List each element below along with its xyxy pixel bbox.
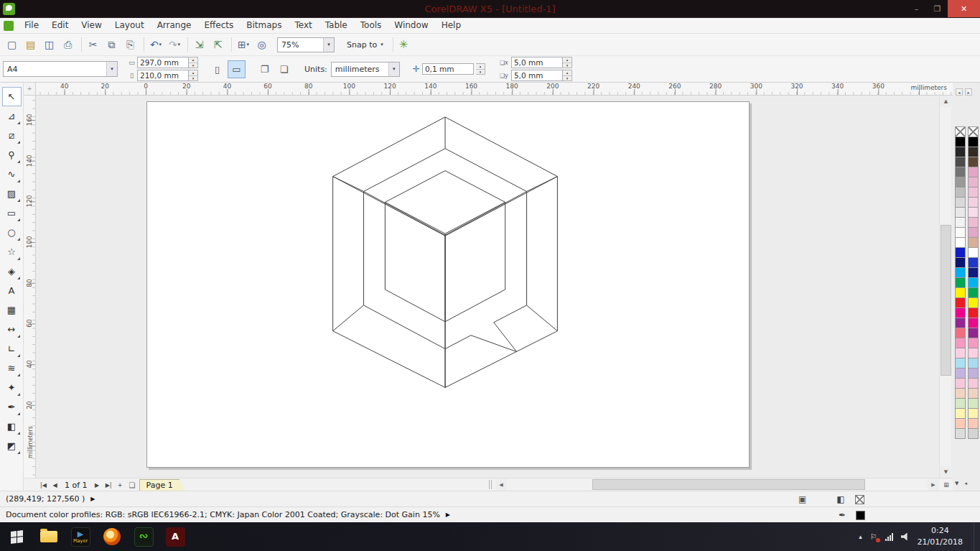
color-swatch[interactable] [955,147,966,157]
rectangle-tool[interactable]: ▭ [2,203,22,223]
color-swatch[interactable] [955,358,966,369]
color-swatch[interactable] [955,348,966,358]
pick-tool[interactable]: ↖ [2,87,22,106]
color-swatch[interactable] [968,328,979,338]
color-swatch[interactable] [968,358,979,369]
scroll-down-arrow[interactable]: ▼ [940,466,952,478]
page-tab[interactable]: Page 1 [139,479,185,491]
document-page[interactable] [146,101,750,468]
color-swatch[interactable] [955,338,966,348]
open-button[interactable]: ▤ [22,36,40,53]
horizontal-scrollbar-thumb[interactable] [592,479,865,490]
copy-button[interactable]: ⧉ [103,36,121,53]
color-swatch[interactable] [968,177,979,187]
color-swatch[interactable] [968,207,979,218]
color-swatch[interactable] [955,257,966,268]
clock[interactable]: 0:24 21/01/2018 [918,525,963,548]
menu-item[interactable]: View [75,18,108,33]
page-width-input[interactable]: 297,0 mm [137,57,189,68]
color-swatch[interactable] [955,408,966,419]
chevron-down-icon[interactable]: ▾ [106,62,117,76]
add-page-button[interactable]: + [115,480,126,490]
color-swatch[interactable] [955,197,966,208]
vertical-scrollbar-thumb[interactable] [941,225,951,376]
menu-item[interactable]: Layout [108,18,151,33]
blend-tool[interactable]: ≋ [2,358,22,378]
save-button[interactable]: ◫ [40,36,59,53]
green-app-icon[interactable]: ∾ [128,522,159,551]
volume-icon[interactable] [901,532,910,541]
units-combo[interactable]: millimeters ▾ [331,62,400,77]
color-swatch[interactable] [968,348,979,358]
color-swatch[interactable] [968,247,979,258]
horizontal-scrollbar[interactable] [507,478,928,491]
color-swatch[interactable] [955,157,966,167]
next-page-button[interactable]: ▶ [92,480,103,490]
color-swatch[interactable] [955,418,966,429]
palette-flyout-icon[interactable]: ◂ [964,481,967,486]
outline-color-swatch[interactable] [856,511,865,520]
color-swatch[interactable] [955,398,966,409]
orange-app-icon[interactable] [96,522,128,551]
new-document-button[interactable]: ▢ [3,36,22,53]
minimize-button[interactable]: – [906,0,927,17]
interactive-fill-tool[interactable]: ◩ [2,436,22,455]
cube-logo-drawing[interactable] [147,102,749,467]
menu-item[interactable]: Help [435,18,467,33]
color-swatch[interactable] [968,378,979,389]
palette-scroll-left-icon[interactable]: ◂ [956,88,963,96]
color-swatch[interactable] [955,388,966,399]
menu-item[interactable]: Tools [354,18,388,33]
first-page-button[interactable]: |◀ [38,480,49,490]
scroll-up-arrow[interactable]: ▲ [940,96,952,107]
portrait-button[interactable]: ▯ [208,60,226,78]
menu-item[interactable]: Bitmaps [240,18,288,33]
color-swatch[interactable] [968,217,979,228]
color-swatch[interactable] [955,177,966,187]
color-swatch[interactable] [968,187,979,198]
connector-tool[interactable]: ∟ [2,339,22,358]
color-swatch[interactable] [968,237,979,248]
menu-item[interactable]: File [18,18,45,33]
scroll-right-arrow[interactable]: ▶ [928,478,939,491]
menu-item[interactable]: Arrange [151,18,198,33]
zoom-level-combo[interactable]: 75% ▾ [277,37,335,52]
fill-bucket-icon[interactable]: ◧ [836,494,844,504]
all-pages-button[interactable]: ❐ [256,60,274,78]
fill-none-indicator[interactable] [855,495,864,504]
cut-button[interactable]: ✂ [84,36,103,53]
color-swatch[interactable] [968,338,979,348]
color-swatch[interactable] [955,136,966,147]
network-icon[interactable] [885,533,893,541]
print-button[interactable]: ⎙ [59,36,78,53]
color-swatch[interactable] [968,167,979,177]
media-player-classic-icon[interactable]: ▶ Player [65,522,96,551]
color-swatch[interactable] [955,428,966,439]
last-page-button[interactable]: ▶| [103,480,114,490]
color-swatch[interactable] [968,147,979,157]
color-swatch[interactable] [968,277,979,288]
color-swatch[interactable] [955,267,966,278]
document-navigator-button[interactable]: ⊞ [941,478,952,491]
duplicate-y-spinner[interactable]: ▴▾ [563,70,572,81]
eyedropper-tool[interactable]: ✦ [2,378,22,397]
color-swatch[interactable] [968,368,979,379]
color-swatch[interactable] [955,247,966,258]
smart-fill-tool[interactable]: ▨ [2,184,22,203]
color-swatch[interactable] [955,287,966,298]
color-swatch[interactable] [968,428,979,439]
color-swatch[interactable] [955,307,966,318]
expand-arrow-icon[interactable]: ▶ [90,496,95,502]
palette-scroll-right-icon[interactable]: ▸ [965,88,972,96]
color-swatch[interactable] [968,297,979,308]
menu-item[interactable]: Table [319,18,354,33]
color-swatch[interactable] [968,318,979,328]
color-swatch[interactable] [955,217,966,228]
fill-tool[interactable]: ◧ [2,417,22,436]
chevron-down-icon[interactable]: ▾ [323,38,334,52]
previous-page-button[interactable]: ◀ [50,480,60,490]
freehand-tool[interactable]: ∿ [2,165,22,184]
color-swatch[interactable] [968,418,979,429]
import-button[interactable]: ⇲ [190,36,209,53]
action-center-flag-icon[interactable]: ⚐ [870,532,877,542]
